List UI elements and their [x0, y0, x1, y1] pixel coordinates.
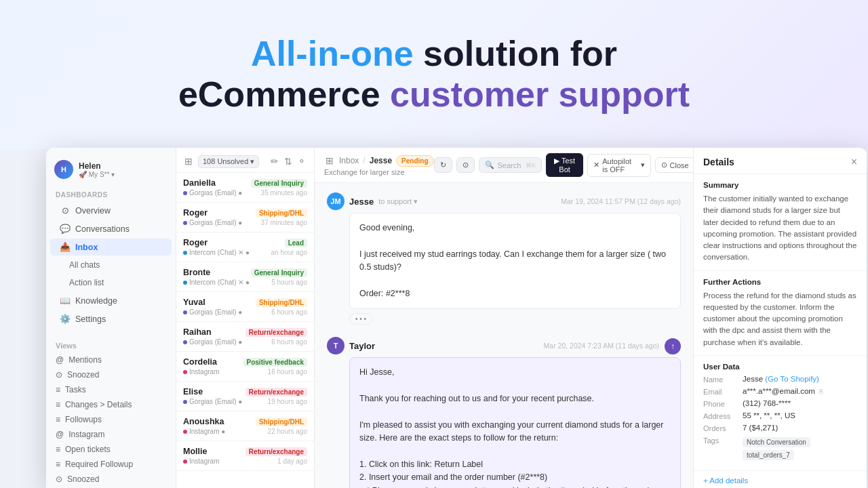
inbox-item-time: 5 hours ago: [271, 279, 307, 286]
inbox-list-item[interactable]: Bronte General Inquiry Intercom (Chat) ✕…: [176, 262, 314, 292]
inbox-item-tag: General Inquiry: [251, 179, 307, 188]
sidebar-item-label: Settings: [75, 314, 106, 324]
sidebar-dashboards-label: Dashboards: [46, 186, 176, 201]
sidebar-item-conversations[interactable]: 💬 Conversations: [50, 220, 172, 237]
details-close-button[interactable]: ×: [851, 156, 857, 168]
hero-line1-suffix: solution for: [414, 34, 617, 73]
field-label: Name: [703, 375, 738, 384]
inbox-item-name: Raihan: [183, 327, 212, 337]
sidebar-view-mentions[interactable]: @Mentions: [46, 352, 176, 367]
panel-toggle-icon[interactable]: ⊞: [183, 155, 194, 168]
search-box[interactable]: 🔍 Search ⌘K: [479, 157, 542, 173]
close-button[interactable]: ⊙ Close: [655, 157, 693, 173]
sidebar-item-overview[interactable]: ⊙ Overview: [50, 202, 172, 219]
inbox-list: ⊞ 108 Unsolved ▾ ✏ ⇅ ⚬ Daniella General …: [176, 148, 315, 488]
inbox-item-source: Instagram: [183, 458, 219, 465]
inbox-item-source: Gorgias (Email) ●: [183, 398, 242, 405]
sidebar-user-sub: 🚀 My S** ▾: [79, 171, 115, 178]
breadcrumb-inbox: Inbox: [339, 156, 359, 165]
autopilot-button[interactable]: ✕ Autopilot is OFF ▾: [587, 154, 650, 177]
followups-icon: ≡: [56, 415, 60, 424]
shopify-link[interactable]: (Go To Shopify): [765, 375, 819, 383]
msg-actions: • • •: [349, 313, 681, 325]
sidebar-view-required-followup[interactable]: ≡Required Followup: [46, 457, 176, 472]
sidebar-views-label: Views: [46, 336, 176, 352]
avatar-jesse: JM: [327, 192, 344, 210]
breadcrumb-current: Jesse: [370, 156, 392, 165]
sort-button[interactable]: ⇅: [283, 155, 294, 168]
conversation-body[interactable]: JM Jesse to support ▾ Mar 19, 2024 11:57…: [315, 183, 693, 488]
msg-time: Mar 20, 2024 7:23 AM (11 days ago): [544, 342, 659, 350]
sidebar-item-action-list[interactable]: Action list: [50, 274, 172, 291]
inbox-list-item[interactable]: Elise Return/exchange Gorgias (Email) ● …: [176, 382, 314, 411]
sidebar-user[interactable]: H Helen 🚀 My S** ▾: [46, 156, 176, 186]
inbox-list-scroll[interactable]: Daniella General Inquiry Gorgias (Email)…: [176, 173, 314, 488]
close-icon: ✕: [593, 161, 599, 169]
inbox-item-source: Gorgias (Email) ●: [183, 338, 242, 346]
summary-section: Summary The customer initially wanted to…: [694, 174, 867, 271]
sidebar-item-knowledge[interactable]: 📖 Knowledge: [50, 292, 172, 309]
inbox-item-name: Anoushka: [183, 417, 224, 426]
settings-icon: ⚙️: [60, 314, 71, 324]
sidebar-item-all-chats[interactable]: All chats: [50, 257, 172, 273]
snoozed-icon: ⊙: [56, 370, 62, 380]
sidebar-view-open-tickets[interactable]: ≡Open tickets: [46, 442, 176, 457]
reaction-button[interactable]: • • •: [349, 313, 372, 325]
filter-button[interactable]: ⚬: [296, 155, 307, 168]
inbox-item-name: Roger: [183, 238, 208, 247]
message-header: T Taylor Mar 20, 2024 7:23 AM (11 days a…: [327, 337, 681, 354]
compose-button[interactable]: ✏: [269, 155, 280, 168]
sidebar-view-changes[interactable]: ≡Changes > Details: [46, 397, 176, 412]
sidebar-view-snoozed2[interactable]: ⊙Snoozed: [46, 472, 176, 487]
sidebar-item-settings[interactable]: ⚙️ Settings: [50, 310, 172, 327]
send-arrow-icon[interactable]: ↑: [665, 338, 681, 354]
inbox-item-time: an hour ago: [271, 249, 307, 256]
inbox-item-source: Gorgias (Email) ●: [183, 189, 242, 197]
message-block: JM Jesse to support ▾ Mar 19, 2024 11:57…: [327, 192, 681, 325]
sidebar-item-inbox[interactable]: 📥 Inbox: [50, 239, 172, 256]
field-value-address: 55 **, **, **, US: [743, 411, 857, 420]
tickets-icon: ≡: [56, 445, 60, 454]
sidebar-item-label: Action list: [69, 278, 104, 287]
msg-to: to support ▾: [378, 197, 418, 206]
inbox-list-item[interactable]: Roger Lead Intercom (Chat) ✕ ● an hour a…: [176, 232, 314, 262]
copy-icon[interactable]: ⎘: [819, 388, 823, 395]
history-button[interactable]: ⊙: [456, 157, 475, 173]
status-badge: Pending: [396, 155, 433, 167]
inbox-icon: 📥: [60, 242, 71, 252]
sidebar-view-tasks[interactable]: ≡Tasks: [46, 382, 176, 397]
hero-line1: All-in-one solution for: [251, 34, 617, 75]
inbox-count-label: 108 Unsolved: [203, 157, 248, 165]
main-content: ⊞ Inbox / Jesse Pending Exchange for lar…: [315, 148, 693, 488]
sidebar-view-instagram[interactable]: @Instagram: [46, 427, 176, 442]
inbox-list-item[interactable]: Daniella General Inquiry Gorgias (Email)…: [176, 173, 314, 203]
user-data-title: User Data: [703, 363, 857, 371]
inbox-list-item[interactable]: Cordelia Positive feedback Instagram 16 …: [176, 352, 314, 382]
sidebar-toggle-icon[interactable]: ⊞: [324, 154, 335, 167]
inbox-item-source: Intercom (Chat) ✕ ●: [183, 279, 250, 286]
message-sender: T Taylor: [327, 337, 375, 354]
field-label: Email: [703, 387, 738, 396]
chevron-down-icon: ▾: [250, 157, 254, 166]
field-value-phone: (312) 768-****: [743, 399, 857, 407]
inbox-item-name: Bronte: [183, 268, 210, 277]
inbox-list-item[interactable]: Anoushka Shipping/DHL Instagram ● 22 hou…: [176, 411, 314, 441]
inbox-list-item[interactable]: Raihan Return/exchange Gorgias (Email) ●…: [176, 322, 314, 352]
add-details-button[interactable]: + Add details: [694, 471, 867, 488]
further-actions-text: Process the refund for the diamond studs…: [703, 290, 857, 348]
inbox-list-item[interactable]: Yuval Shipping/DHL Gorgias (Email) ● 6 h…: [176, 292, 314, 322]
hero-line1-blue: All-in-one: [251, 34, 414, 73]
inbox-count-button[interactable]: 108 Unsolved ▾: [198, 155, 259, 168]
inbox-item-source: Instagram: [183, 368, 219, 375]
changes-icon: ≡: [56, 400, 60, 409]
refresh-button[interactable]: ↻: [434, 157, 452, 173]
sidebar-view-followups[interactable]: ≡Followups: [46, 412, 176, 427]
inbox-list-item[interactable]: Roger Shipping/DHL Gorgias (Email) ● 37 …: [176, 203, 314, 232]
inbox-item-time: 35 minutes ago: [261, 189, 307, 197]
inbox-item-tag: Return/exchange: [245, 388, 307, 396]
test-bot-button[interactable]: ▶ Test Bot: [546, 153, 583, 177]
sidebar-view-snoozed[interactable]: ⊙Snoozed: [46, 367, 176, 382]
inbox-item-source: Instagram ●: [183, 428, 225, 435]
inbox-list-item[interactable]: Mollie Return/exchange Instagram 1 day a…: [176, 441, 314, 471]
inbox-item-time: 19 hours ago: [268, 398, 307, 405]
